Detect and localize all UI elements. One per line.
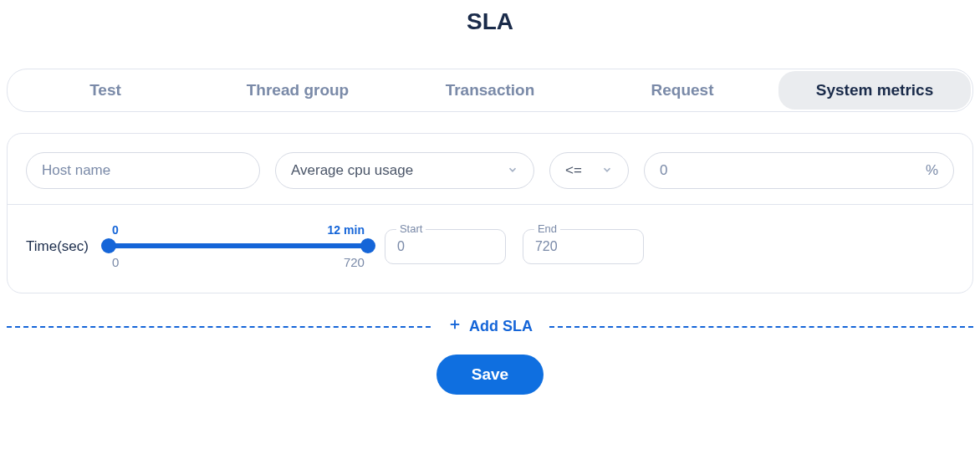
add-sla-row: Add SLA [7,317,973,336]
page-title: SLA [0,8,980,35]
time-label: Time(sec) [26,238,89,255]
slider-bottom-labels: 0 720 [109,255,368,269]
host-name-field[interactable] [26,152,260,189]
tab-transaction[interactable]: Transaction [394,71,586,110]
tab-thread-group[interactable]: Thread group [202,71,394,110]
tab-test[interactable]: Test [9,71,202,110]
operator-selected-label: <= [565,162,582,179]
add-sla-button[interactable]: Add SLA [431,317,549,336]
slider-top-labels: 0 12 min [109,223,368,237]
add-sla-label: Add SLA [469,318,533,335]
start-field-wrap: Start [385,229,506,264]
time-row: Time(sec) 0 12 min 0 720 Start [8,205,972,293]
metric-select[interactable]: Average cpu usage [275,152,534,189]
chevron-down-icon [507,164,518,178]
sla-rule-card: Average cpu usage <= % Time(sec) [7,133,973,293]
slider-track[interactable] [109,243,368,248]
slider-top-right: 12 min [328,223,365,237]
dashed-line-right [549,326,973,328]
slider-thumb-end[interactable] [360,238,375,253]
tab-system-metrics[interactable]: System metrics [778,71,971,110]
start-label: Start [396,222,426,235]
time-slider[interactable]: 0 12 min 0 720 [109,223,368,269]
save-row: Save [0,355,980,395]
slider-top-left: 0 [112,223,119,237]
dashed-line-left [7,326,431,328]
threshold-input[interactable] [660,162,882,179]
slider-bottom-right: 720 [344,255,365,269]
unit-label: % [926,162,938,179]
plus-icon [447,317,462,336]
end-label: End [534,222,560,235]
tab-request[interactable]: Request [586,71,778,110]
rule-row: Average cpu usage <= % [8,134,972,204]
slider-thumb-start[interactable] [101,238,116,253]
metric-selected-label: Average cpu usage [291,162,413,179]
end-field-wrap: End [523,229,644,264]
tabs-bar: Test Thread group Transaction Request Sy… [7,69,973,112]
slider-bottom-left: 0 [112,255,119,269]
threshold-field[interactable]: % [644,152,954,189]
host-name-input[interactable] [42,162,244,179]
operator-select[interactable]: <= [549,152,629,189]
chevron-down-icon [601,164,613,178]
save-button[interactable]: Save [436,355,544,395]
